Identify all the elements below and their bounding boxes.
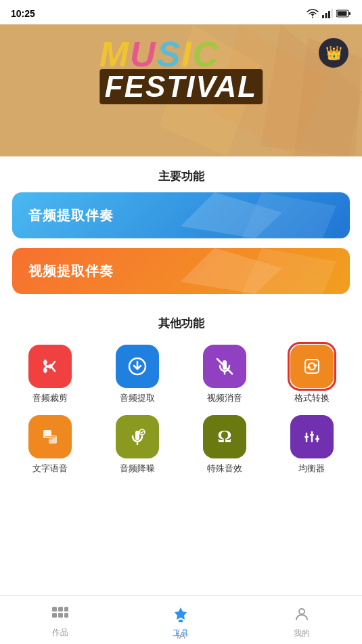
svg-rect-37	[58, 613, 63, 618]
main-content: 主要功能 音频提取伴奏 视频提取伴奏 其他功能	[0, 156, 362, 480]
nav-mine-label: 我的	[294, 628, 310, 639]
nav-works-label: 作品	[52, 627, 68, 639]
grid-item-format-convert[interactable]: 格式转换	[278, 345, 346, 404]
fa-watermark: fA	[177, 630, 185, 641]
svg-marker-12	[242, 192, 336, 238]
svg-point-16	[43, 368, 47, 372]
svg-marker-14	[242, 248, 336, 294]
grid-item-special-effects[interactable]: Ω 特殊音效	[191, 415, 258, 475]
svg-rect-38	[64, 613, 68, 618]
tools-icon	[172, 606, 189, 626]
video-extract-btn[interactable]: 视频提取伴奏	[12, 248, 350, 294]
crown-icon: 👑	[325, 45, 342, 61]
other-section-title: 其他功能	[0, 303, 362, 339]
audio-extract-icon	[116, 345, 159, 388]
svg-rect-39	[179, 620, 183, 622]
banner: M U S I C FESTIVAL 👑	[0, 24, 362, 156]
main-section-title: 主要功能	[0, 156, 362, 192]
status-time: 10:25	[11, 8, 35, 19]
video-mute-label: 视频消音	[207, 392, 242, 404]
crown-badge[interactable]: 👑	[319, 38, 348, 68]
status-icons	[307, 9, 351, 18]
music-title: M U S I C	[99, 37, 263, 72]
other-functions-grid: 音频裁剪 音频提取	[0, 339, 362, 480]
audio-denoise-label: 音频降噪	[120, 463, 155, 475]
svg-rect-5	[349, 12, 351, 15]
signal-icon	[322, 9, 333, 18]
format-convert-label: 格式转换	[294, 392, 330, 404]
audio-cut-icon	[28, 345, 72, 388]
mine-icon	[294, 606, 310, 626]
status-bar: 10:25	[0, 0, 362, 24]
svg-rect-32	[315, 438, 319, 440]
svg-rect-34	[58, 607, 63, 611]
grid-item-equalizer[interactable]: 均衡器	[278, 415, 346, 475]
video-btn-decoration	[160, 248, 350, 294]
grid-item-audio-cut[interactable]: 音频裁剪	[16, 345, 84, 404]
grid-row-1: 音频裁剪 音频提取	[7, 339, 355, 410]
video-mute-icon	[203, 345, 246, 388]
audio-extract-btn[interactable]: 音频提取伴奏	[12, 192, 350, 238]
svg-point-15	[43, 360, 47, 364]
grid-row-2: 文字语音 音频降噪 Ω	[7, 410, 355, 480]
battery-icon	[336, 9, 351, 18]
festival-row: FESTIVAL	[99, 69, 263, 104]
audio-btn-decoration	[160, 192, 350, 238]
svg-rect-33	[52, 607, 57, 611]
svg-rect-1	[325, 13, 327, 18]
svg-rect-24	[135, 431, 139, 440]
svg-rect-36	[52, 613, 57, 618]
equalizer-icon	[290, 415, 334, 458]
svg-rect-30	[304, 436, 309, 438]
audio-denoise-icon	[116, 415, 159, 458]
svg-rect-2	[328, 11, 330, 18]
grid-item-audio-denoise[interactable]: 音频降噪	[104, 415, 171, 475]
text-speech-label: 文字语音	[32, 463, 68, 475]
nav-works[interactable]: 作品	[0, 601, 120, 639]
grid-item-video-mute[interactable]: 视频消音	[191, 345, 258, 404]
wifi-icon	[307, 9, 319, 18]
banner-title-area: M U S I C FESTIVAL	[99, 37, 263, 104]
svg-rect-6	[338, 12, 347, 16]
equalizer-label: 均衡器	[298, 463, 325, 475]
audio-extract-label: 音频提取	[120, 392, 155, 404]
works-icon	[52, 607, 68, 626]
grid-item-audio-extract[interactable]: 音频提取	[104, 345, 171, 404]
svg-point-40	[299, 609, 304, 614]
video-btn-label: 视频提取伴奏	[28, 262, 114, 280]
svg-rect-0	[322, 15, 324, 18]
nav-mine[interactable]: 我的	[242, 601, 362, 639]
svg-rect-31	[310, 434, 314, 436]
svg-rect-35	[64, 607, 68, 611]
text-speech-icon	[28, 415, 72, 458]
audio-btn-label: 音频提取伴奏	[28, 207, 114, 225]
svg-rect-3	[332, 9, 334, 18]
audio-cut-label: 音频裁剪	[32, 392, 68, 404]
selected-border	[288, 342, 336, 391]
grid-item-text-speech[interactable]: 文字语音	[16, 415, 84, 475]
special-effects-icon: Ω	[203, 415, 246, 458]
special-effects-label: 特殊音效	[207, 463, 242, 475]
